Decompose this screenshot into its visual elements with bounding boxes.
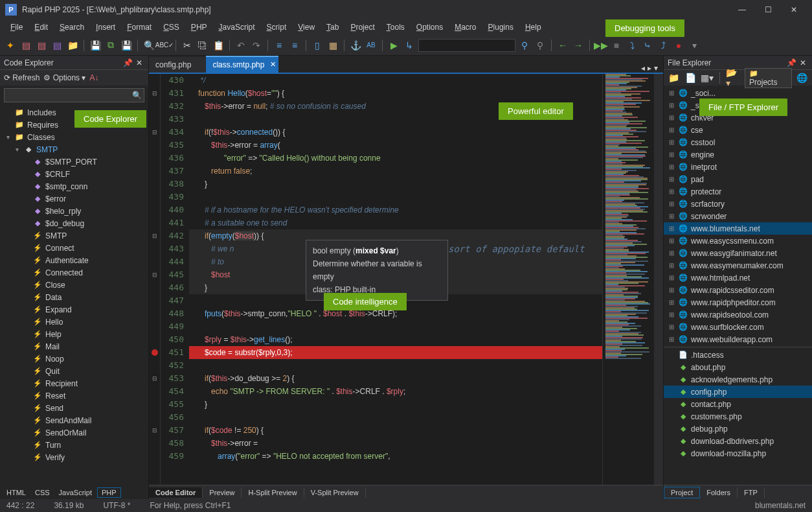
- nav-back-icon[interactable]: ←: [556, 39, 569, 52]
- new-css-icon[interactable]: ▤: [35, 39, 48, 52]
- lang-tab-php[interactable]: PHP: [97, 487, 121, 498]
- tree-method[interactable]: ⚡Data: [0, 291, 148, 303]
- tree-method[interactable]: ⚡Hello: [0, 316, 148, 328]
- site-item[interactable]: ⊞🌐www.blumentals.net: [664, 222, 812, 235]
- tree-method[interactable]: ⚡Connected: [0, 266, 148, 279]
- view-tab-v-split-preview[interactable]: V-Split Preview: [304, 487, 366, 498]
- breakpoint-icon[interactable]: ●: [672, 39, 685, 52]
- tree-var[interactable]: ◆$smtp_conn: [0, 180, 148, 192]
- panel-close-icon[interactable]: ✕: [134, 58, 144, 68]
- file-tab-ftp[interactable]: FTP: [738, 487, 765, 498]
- menu-options[interactable]: Options: [411, 21, 448, 33]
- site-item[interactable]: ⊞🌐_st...: [664, 99, 812, 111]
- refresh-button[interactable]: ⟳ Refresh: [4, 73, 39, 82]
- tree-method[interactable]: ⚡SendAndMail: [0, 414, 148, 426]
- tab-class-smtp[interactable]: class.smtp.php✕: [206, 56, 278, 73]
- tree-method[interactable]: ⚡Help: [0, 328, 148, 340]
- step-into-icon[interactable]: ⤷: [641, 39, 654, 52]
- menu-search[interactable]: Search: [54, 21, 89, 33]
- site-item[interactable]: ⊞🌐www.webuilderapp.com: [664, 333, 812, 345]
- save-icon[interactable]: 💾: [89, 39, 102, 52]
- tab-prev-icon[interactable]: ◂: [641, 64, 645, 73]
- spellcheck-icon[interactable]: ABC✓: [158, 39, 171, 52]
- site-item[interactable]: ⊞🌐www.easygifanimator.net: [664, 247, 812, 259]
- tree-method[interactable]: ⚡Reset: [0, 390, 148, 402]
- tree-method[interactable]: ⚡Send: [0, 402, 148, 414]
- maximize-button[interactable]: ☐: [755, 0, 781, 19]
- indent-icon[interactable]: ≡: [273, 39, 286, 52]
- paste-icon[interactable]: 📋: [212, 39, 225, 52]
- menu-format[interactable]: Format: [122, 21, 157, 33]
- step-over-icon[interactable]: ⤵: [626, 39, 638, 52]
- menu-tools[interactable]: Tools: [381, 21, 410, 33]
- tree-method[interactable]: ⚡Mail: [0, 340, 148, 353]
- file-explorer-tree[interactable]: ⊞🌐_soci...⊞🌐_st...⊞🌐chkver⊞🌐cse⊞🌐csstool…: [664, 86, 812, 485]
- tab-close-icon[interactable]: ✕: [270, 60, 276, 69]
- menu-php[interactable]: PHP: [186, 21, 212, 33]
- minimize-button[interactable]: —: [729, 0, 755, 19]
- highlight-icon[interactable]: AB: [365, 39, 378, 52]
- file-item[interactable]: ◆download-dbdrivers.php: [664, 435, 812, 447]
- breakpoint-marker[interactable]: [152, 349, 158, 356]
- menu-edit[interactable]: Edit: [29, 21, 53, 33]
- file-item[interactable]: ◆download-mozilla.php: [664, 447, 812, 460]
- tree-var[interactable]: ◆$error: [0, 192, 148, 205]
- tree-method[interactable]: ⚡Quit: [0, 365, 148, 377]
- site-item[interactable]: ⊞🌐www.easymenumaker.com: [664, 259, 812, 272]
- menu-plugins[interactable]: Plugins: [483, 21, 519, 33]
- site-item[interactable]: ⊞🌐csstool: [664, 136, 812, 148]
- tree-method[interactable]: ⚡SMTP: [0, 229, 148, 242]
- pin-icon[interactable]: 📌: [122, 58, 133, 68]
- view-tab-preview[interactable]: Preview: [203, 487, 242, 498]
- tree-method[interactable]: ⚡Verify: [0, 451, 148, 463]
- site-item[interactable]: ⊞🌐engine: [664, 148, 812, 161]
- minimap[interactable]: [602, 74, 654, 485]
- site-item[interactable]: ⊞🌐pad: [664, 173, 812, 185]
- outdent-icon[interactable]: ≡: [288, 39, 301, 52]
- folder-up-icon[interactable]: 📂▾: [726, 71, 738, 84]
- site-item[interactable]: ⊞🌐scrfactory: [664, 198, 812, 210]
- tree-var[interactable]: ◆$CRLF: [0, 168, 148, 180]
- debug-stop-icon[interactable]: ■: [610, 39, 623, 52]
- tab-config[interactable]: config.php: [149, 57, 205, 73]
- site-item[interactable]: ⊞🌐_soci...: [664, 87, 812, 99]
- tree-method[interactable]: ⚡Noop: [0, 353, 148, 365]
- tree-folder-classes[interactable]: ▾📁Classes: [0, 131, 148, 143]
- goto-icon[interactable]: ↳: [403, 39, 416, 52]
- site-item[interactable]: ⊞🌐www.htmlpad.net: [664, 272, 812, 284]
- fold-gutter[interactable]: ⊟⊟⊟⊟⊟⊟: [149, 74, 161, 485]
- site-item[interactable]: ⊞🌐www.easycssmenu.com: [664, 235, 812, 247]
- tree-class-smtp[interactable]: ▾◆SMTP: [0, 143, 148, 156]
- tree-method[interactable]: ⚡Recipient: [0, 377, 148, 390]
- file-item[interactable]: ◆debug.php: [664, 423, 812, 435]
- open-folder-icon[interactable]: 📁: [66, 39, 79, 52]
- sort-button[interactable]: A↓: [89, 73, 98, 82]
- view-icon[interactable]: ▦▾: [701, 71, 714, 84]
- file-tab-project[interactable]: Project: [664, 487, 700, 498]
- menu-macro[interactable]: Macro: [449, 21, 481, 33]
- search-icon[interactable]: 🔍: [132, 91, 142, 100]
- site-item[interactable]: ⊞🌐cse: [664, 124, 812, 136]
- new-php-icon[interactable]: ▤: [51, 39, 63, 52]
- lang-tab-css[interactable]: CSS: [31, 488, 54, 497]
- save-as-icon[interactable]: 💾: [120, 39, 133, 52]
- code-editor[interactable]: */ function Hello($host="") { $this->err…: [189, 74, 602, 485]
- new-html-icon[interactable]: ▤: [19, 39, 32, 52]
- tree-method[interactable]: ⚡Authenticate: [0, 254, 148, 266]
- tab-menu-icon[interactable]: ▾: [654, 64, 658, 73]
- vertical-scrollbar[interactable]: [654, 74, 663, 485]
- findnext-icon[interactable]: ⚲: [534, 39, 547, 52]
- tree-folder-includes[interactable]: 📁Includes: [0, 106, 148, 119]
- tree-var[interactable]: ◆$SMTP_PORT: [0, 156, 148, 168]
- view-tab-code-editor[interactable]: Code Editor: [149, 487, 203, 498]
- menu-file[interactable]: File: [5, 21, 28, 33]
- view-tab-h-split-preview[interactable]: H-Split Preview: [242, 487, 304, 498]
- site-item[interactable]: ⊞🌐www.rapidcsseditor.com: [664, 284, 812, 296]
- nav-fwd-icon[interactable]: →: [572, 39, 585, 52]
- file-tab-folders[interactable]: Folders: [700, 487, 738, 498]
- find-icon[interactable]: ⚲: [518, 39, 531, 52]
- tree-method[interactable]: ⚡Connect: [0, 242, 148, 254]
- tree-method[interactable]: ⚡SendOrMail: [0, 426, 148, 439]
- snippet-icon[interactable]: ▦: [326, 39, 339, 52]
- tree-var[interactable]: ◆$helo_rply: [0, 205, 148, 217]
